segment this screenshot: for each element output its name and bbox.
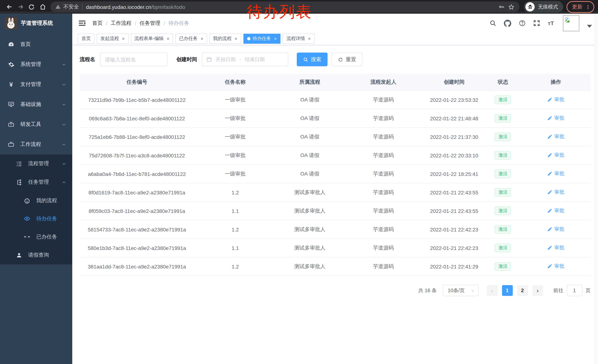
page-scrollbar[interactable] [595, 14, 598, 364]
tab-done-tasks[interactable]: 已办任务× [175, 34, 207, 44]
main-area: 首页/工作流程/任务管理/待办任务 ᴛT [72, 14, 598, 364]
date-range-picker[interactable]: 开始日期 - 结束日期 [202, 53, 288, 66]
sidebar-item-process-mgmt[interactable]: 流程管理 [0, 154, 72, 173]
search-icon[interactable] [490, 20, 497, 27]
chevron-down-icon [61, 102, 66, 107]
cell-initiator: 芋道源码 [343, 97, 424, 103]
tab-close-icon[interactable]: × [201, 36, 203, 41]
security-badge[interactable]: 不安全 [55, 4, 79, 10]
breadcrumb-item[interactable]: 任务管理 [140, 20, 160, 26]
cell-action: 审批 [521, 226, 590, 233]
cell-action: 审批 [521, 115, 590, 122]
tab-label: 发起流程 [100, 36, 119, 42]
tab-process-detail[interactable]: 流程详情× [283, 34, 314, 44]
tab-start-process[interactable]: 发起流程× [97, 34, 128, 44]
cell-action: 审批 [521, 263, 590, 270]
sidebar-item-workflow[interactable]: 工作流程 [0, 134, 72, 154]
cell-task-id: 381aa1dd-7ac8-11ec-a9e2-a2380e71991a [80, 263, 194, 269]
sidebar-item-system[interactable]: 系统管理 [0, 54, 72, 74]
process-name-input[interactable] [100, 53, 167, 66]
cell-task-name: 1.1 [194, 208, 276, 214]
status-badge: 激活 [495, 114, 511, 122]
cell-created-time: 2022-01-21 22:43:55 [424, 189, 485, 195]
sidebar-item-infra[interactable]: 基础设施 [0, 94, 72, 114]
approve-link[interactable]: 审批 [547, 152, 564, 159]
approve-link[interactable]: 审批 [547, 115, 564, 121]
sidebar-item-leave-query[interactable]: 请假查询 [0, 246, 72, 264]
approve-link[interactable]: 审批 [547, 244, 564, 251]
url-path: /bpm/task/todo [151, 4, 185, 10]
breadcrumb-separator: / [135, 20, 136, 26]
status-badge: 激活 [495, 262, 511, 271]
logo-image [5, 17, 17, 29]
password-key-icon[interactable] [498, 4, 505, 10]
bookmark-star-icon[interactable] [508, 4, 515, 10]
cell-initiator: 芋道源码 [343, 170, 424, 177]
cell-created-time: 2022-01-22 21:37:30 [424, 134, 485, 140]
cell-task-name: 一级审批 [194, 152, 276, 159]
approve-link[interactable]: 审批 [547, 170, 564, 177]
tab-todo-tasks[interactable]: 待办任务× [243, 34, 281, 44]
tab-form-edit[interactable]: 流程表单-编辑× [131, 34, 173, 44]
search-button[interactable]: 搜索 [297, 53, 328, 66]
tab-close-icon[interactable]: × [274, 36, 277, 41]
sidebar-collapse-icon[interactable] [78, 19, 86, 27]
breadcrumb-item[interactable]: 工作流程 [111, 20, 132, 26]
approve-link[interactable]: 审批 [547, 226, 564, 233]
avatar[interactable] [563, 15, 580, 31]
reload-button[interactable] [26, 1, 37, 12]
sidebar-item-done-tasks[interactable]: 已办任务 [0, 228, 72, 246]
approve-label: 审批 [554, 263, 564, 270]
sidebar-item-label: 流程管理 [28, 160, 49, 167]
page-button-1[interactable]: 1 [502, 285, 513, 296]
tab-close-icon[interactable]: × [308, 36, 311, 41]
url-bar[interactable]: 不安全 dashboard.yudao.iocoder.cn/bpm/task/… [50, 1, 519, 12]
sidebar-item-my-process[interactable]: 我的流程 [0, 191, 72, 210]
tab-close-icon[interactable]: × [167, 36, 169, 41]
sidebar-item-todo-tasks[interactable]: 待办任务 [0, 210, 72, 228]
github-icon[interactable] [504, 19, 512, 27]
sidebar-item-home[interactable]: 首页 [0, 34, 72, 54]
cell-task-name: 一级审批 [194, 115, 276, 122]
approve-link[interactable]: 审批 [547, 133, 564, 140]
font-size-icon[interactable]: ᴛT [548, 20, 554, 26]
home-button[interactable] [37, 1, 48, 12]
next-page-button[interactable]: › [532, 285, 543, 296]
help-icon[interactable] [519, 20, 526, 27]
page-size-select[interactable]: 10条/页 [443, 285, 479, 296]
tab-close-icon[interactable]: × [234, 36, 237, 41]
approve-link[interactable]: 审批 [547, 189, 564, 195]
update-button[interactable]: 更新 [566, 1, 594, 13]
tab-close-icon[interactable]: × [122, 36, 125, 41]
approve-link[interactable]: 审批 [547, 263, 564, 270]
table-row: 73211d9d-7b9b-11ec-b5b7-acde48001122一级审批… [80, 91, 590, 109]
fullscreen-icon[interactable] [533, 20, 540, 27]
avatar-dropdown-caret[interactable] [587, 25, 592, 28]
status-badge: 激活 [495, 151, 511, 160]
task-table: 任务编号任务名称所属流程流程发起人创建时间状态操作 73211d9d-7b9b-… [80, 74, 590, 276]
back-button[interactable] [4, 1, 15, 12]
tab-my-process[interactable]: 我的流程× [209, 34, 241, 44]
reset-button[interactable]: 重置 [332, 53, 362, 66]
prev-page-button[interactable]: ‹ [487, 285, 498, 296]
breadcrumb-item[interactable]: 首页 [92, 20, 103, 26]
goto-page-input[interactable] [567, 285, 582, 296]
table-header-row: 任务编号任务名称所属流程流程发起人创建时间状态操作 [80, 74, 590, 91]
page-button-2[interactable]: 2 [517, 285, 528, 296]
approve-link[interactable]: 审批 [547, 207, 564, 214]
status-badge: 激活 [495, 170, 511, 178]
forward-button[interactable] [15, 1, 26, 12]
column-header: 任务名称 [194, 79, 276, 85]
approve-link[interactable]: 审批 [547, 96, 564, 103]
browser-menu-icon[interactable] [585, 4, 590, 10]
sidebar-item-task-mgmt[interactable]: 任务管理 [0, 173, 72, 191]
sidebar-item-payment[interactable]: ¥支付管理 [0, 74, 72, 94]
app-logo[interactable]: 芋道管理系统 [0, 14, 72, 32]
tab-home[interactable]: 首页 [78, 34, 94, 44]
cell-task-name: 1.2 [194, 189, 276, 195]
cell-status: 激活 [485, 225, 521, 234]
face-icon [24, 197, 30, 204]
chevron-down-icon [470, 288, 475, 293]
sidebar-item-devtools[interactable]: 研发工具 [0, 114, 72, 134]
pagination: 共 16 条 10条/页 ‹ 12 › 前往 页 [80, 285, 590, 296]
